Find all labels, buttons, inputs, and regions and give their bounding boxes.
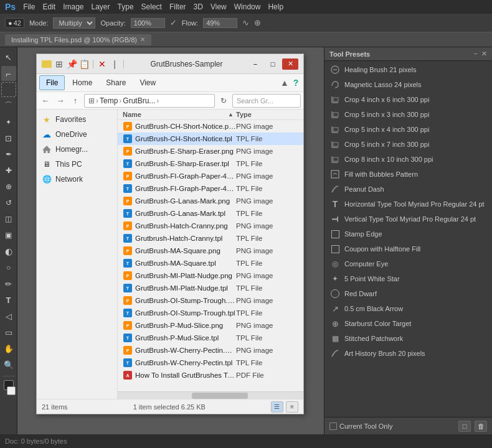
tool-brush[interactable]: ⌐ xyxy=(1,66,16,81)
nav-thispc[interactable]: This PC xyxy=(37,157,117,172)
delete-preset-button[interactable]: 🗑 xyxy=(475,421,487,432)
table-row[interactable]: T GrutBrush-MI-Platt-Nudge.tpl TPL File xyxy=(118,282,303,294)
preset-item[interactable]: Magnetic Lasso 24 pixels xyxy=(324,77,492,92)
search-box[interactable]: Search Gr... xyxy=(232,94,301,108)
table-row[interactable]: P GrutBrush-CH-Short-Notice.png PNG imag… xyxy=(118,120,303,133)
preset-item[interactable]: Stamp Edge xyxy=(324,226,492,241)
preset-item[interactable]: Stitched Patchwork xyxy=(324,331,492,346)
nav-expand-icon[interactable]: ⊞ xyxy=(54,59,64,69)
preset-item[interactable]: Crop 5 inch x 4 inch 300 ppi xyxy=(324,122,492,137)
list-view-button[interactable]: ☰ xyxy=(271,401,283,413)
preset-item[interactable]: Art History Brush 20 pixels xyxy=(324,346,492,361)
tool-dodge[interactable]: ○ xyxy=(1,260,16,275)
menu-view[interactable]: View xyxy=(211,2,227,11)
tool-gradient[interactable]: ▣ xyxy=(1,228,16,243)
menu-image[interactable]: Image xyxy=(63,2,83,11)
table-row[interactable]: P GrutBrush-E-Sharp-Eraser.png PNG image xyxy=(118,145,303,157)
table-row[interactable]: P GrutBrush-FI-Graph-Paper-40px.p... PNG… xyxy=(118,170,303,182)
preset-item[interactable]: 5 Point White Star xyxy=(324,271,492,286)
preset-item[interactable]: Red Dwarf xyxy=(324,286,492,301)
table-row[interactable]: P GrutBrush-Hatch-Cranny.png PNG image xyxy=(118,220,303,232)
table-row[interactable]: T GrutBrush-FI-Graph-Paper-40px.tpl TPL … xyxy=(118,182,303,195)
tool-history-brush[interactable]: ↺ xyxy=(1,195,16,210)
menu-select[interactable]: Select xyxy=(141,2,162,11)
minimize-button[interactable]: − xyxy=(247,58,263,70)
menu-layer[interactable]: Layer xyxy=(92,2,110,11)
table-row[interactable]: T GrutBrush-CH-Short-Notice.tpl TPL File xyxy=(118,133,303,145)
table-row[interactable]: T Grutbrush-Hatch-Cranny.tpl TPL File xyxy=(118,232,303,245)
tool-stamp[interactable]: ⊕ xyxy=(1,179,16,194)
table-row[interactable]: P GrutBrush-MI-Platt-Nudge.png PNG image xyxy=(118,269,303,282)
ribbon-expand-icon[interactable]: ▲ xyxy=(280,78,290,88)
tool-zoom[interactable]: 🔍 xyxy=(1,357,16,372)
preset-item[interactable]: Computer Eye xyxy=(324,256,492,271)
tool-heal[interactable]: ✚ xyxy=(1,163,16,178)
flow-input[interactable] xyxy=(203,18,237,28)
details-view-button[interactable]: ≡ xyxy=(286,401,298,413)
refresh-button[interactable]: ↻ xyxy=(217,95,230,107)
preset-item[interactable]: T Horizontal Type Tool Myriad Pro Regula… xyxy=(324,197,492,212)
menu-filter[interactable]: Filter xyxy=(169,2,186,11)
document-tab[interactable]: Installing TPL Files.psd @ 100% (RGB/8) … xyxy=(5,34,151,45)
table-row[interactable]: T GrutBrush-W-Cherry-Pectin.tpl TPL File xyxy=(118,357,303,369)
table-row[interactable]: P GrutBrush-OI-Stump-Trough.png PNG imag… xyxy=(118,294,303,307)
tool-select-rect[interactable] xyxy=(1,82,16,97)
tool-blur[interactable]: ◐ xyxy=(1,244,16,259)
tool-eyedropper[interactable]: ✒ xyxy=(1,147,16,162)
forward-button[interactable]: → xyxy=(54,95,67,107)
col-type-header[interactable]: Type xyxy=(236,111,298,118)
address-breadcrumb[interactable]: ⊞ › Temp › GrutBru... › xyxy=(84,94,215,108)
nav-copy-icon[interactable]: 📋 xyxy=(79,59,89,69)
tool-crop[interactable]: ⊡ xyxy=(1,131,16,146)
mode-select[interactable]: Multiply xyxy=(53,17,95,29)
preset-item[interactable]: T Vertical Type Tool Myriad Pro Regular … xyxy=(324,212,492,226)
nav-onedrive[interactable]: OneDrive xyxy=(37,127,117,142)
background-color[interactable] xyxy=(7,386,16,395)
ribbon-tab-share[interactable]: Share xyxy=(100,76,132,90)
preset-item[interactable]: Fill with Bubbles Pattern xyxy=(324,167,492,182)
close-tab-button[interactable]: ✕ xyxy=(140,36,145,43)
col-name-header[interactable]: Name xyxy=(123,111,228,118)
tool-move[interactable]: ↖ xyxy=(1,50,16,65)
table-row[interactable]: T GrutBrush-MA-Square.tpl TPL File xyxy=(118,257,303,269)
table-row[interactable]: P GrutBrush-G-Lanas-Mark.png PNG image xyxy=(118,195,303,207)
ribbon-tab-view[interactable]: View xyxy=(133,76,162,90)
preset-item[interactable]: Crop 4 inch x 6 inch 300 ppi xyxy=(324,92,492,107)
scrollbar-thumb[interactable] xyxy=(192,393,247,399)
nav-rename-icon[interactable]: | xyxy=(110,59,120,69)
ribbon-tab-home[interactable]: Home xyxy=(66,76,98,90)
preset-item[interactable]: Starburst Color Target xyxy=(324,316,492,331)
tool-shape[interactable]: ▭ xyxy=(1,325,16,340)
new-preset-button[interactable]: □ xyxy=(458,421,471,432)
ribbon-help-icon[interactable]: ? xyxy=(291,78,301,88)
preset-item[interactable]: Crop 5 inch x 7 inch 300 ppi xyxy=(324,137,492,152)
table-row[interactable]: A How To Install GrutBrushes Tool ... PD… xyxy=(118,369,303,381)
preset-item[interactable]: Coupon with Halftone Fill xyxy=(324,241,492,256)
table-row[interactable]: T GrutBrush-P-Mud-Slice.tpl TPL File xyxy=(118,332,303,344)
opacity-input[interactable] xyxy=(131,18,165,28)
table-row[interactable]: P GrutBrush-W-Cherry-Pectin.png PNG imag… xyxy=(118,344,303,357)
up-button[interactable]: ↑ xyxy=(69,95,82,107)
nav-homegr[interactable]: Homegr... xyxy=(37,142,117,157)
current-tool-checkbox[interactable] xyxy=(329,422,337,430)
horizontal-scrollbar[interactable] xyxy=(118,391,303,399)
table-row[interactable]: T GrutBrush-OI-Stump-Trough.tpl TPL File xyxy=(118,307,303,319)
menu-file[interactable]: File xyxy=(23,2,35,11)
nav-network[interactable]: Network xyxy=(37,172,117,187)
menu-3d[interactable]: 3D xyxy=(194,2,203,11)
table-row[interactable]: P GrutBrush-MA-Square.png PNG image xyxy=(118,245,303,257)
maximize-button[interactable]: □ xyxy=(265,58,281,70)
tool-path-select[interactable]: ◁ xyxy=(1,309,16,324)
table-row[interactable]: T GrutBrush-G-Lanas-Mark.tpl TPL File xyxy=(118,207,303,220)
panel-close-button[interactable]: ✕ xyxy=(481,50,487,58)
menu-edit[interactable]: Edit xyxy=(42,2,55,11)
nav-pin-icon[interactable]: 📌 xyxy=(67,59,77,69)
tool-magic-wand[interactable]: ✦ xyxy=(1,114,16,129)
close-button[interactable]: ✕ xyxy=(282,58,298,70)
preset-item[interactable]: Crop 8 inch x 10 inch 300 ppi xyxy=(324,152,492,167)
preset-item[interactable]: Healing Brush 21 pixels xyxy=(324,62,492,77)
preset-item[interactable]: Peanut Dash xyxy=(324,182,492,197)
tool-lasso[interactable]: ⌒ xyxy=(1,98,16,113)
menu-help[interactable]: Help xyxy=(268,2,283,11)
table-row[interactable]: T GrutBrush-E-Sharp-Eraser.tpl TPL File xyxy=(118,157,303,170)
